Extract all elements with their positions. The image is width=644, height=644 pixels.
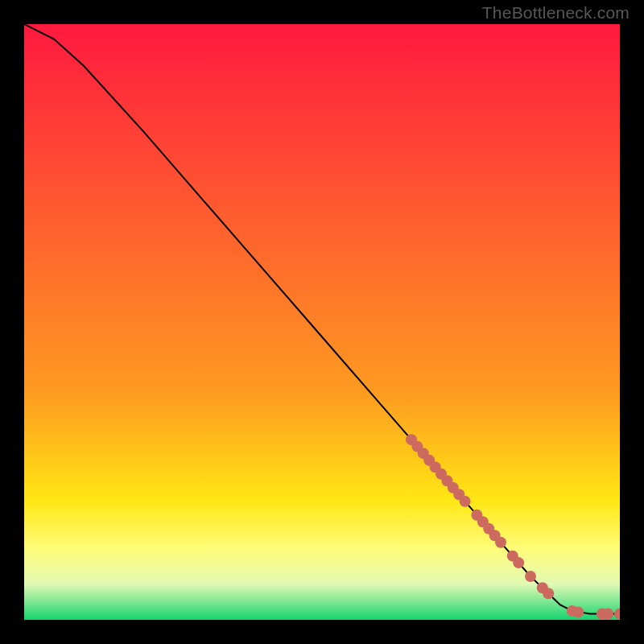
marker-dot [460,496,471,507]
gradient-background [24,24,620,620]
plot-area [24,24,620,620]
chart-frame: TheBottleneck.com [0,0,644,644]
marker-dot [495,537,506,548]
marker-dot [543,588,554,599]
marker-dot [572,606,584,617]
marker-dot [513,557,524,568]
marker-dot [602,609,613,620]
watermark-text: TheBottleneck.com [482,3,630,23]
marker-dot [525,571,536,582]
chart-svg [24,24,620,620]
